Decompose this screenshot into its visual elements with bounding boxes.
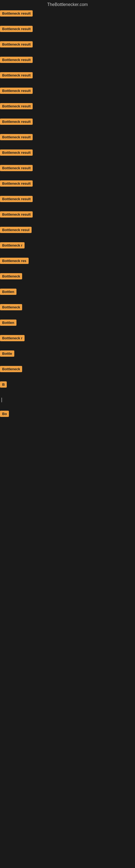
result-row-21: Bottlen bbox=[0, 319, 135, 327]
result-badge-21[interactable]: Bottlen bbox=[0, 319, 16, 326]
result-badge-23[interactable]: Bottle bbox=[0, 350, 14, 357]
result-badge-9[interactable]: Bottleneck result bbox=[0, 134, 33, 140]
result-row-20: Bottleneck bbox=[0, 304, 135, 311]
result-cursor-26: | bbox=[0, 397, 135, 403]
result-badge-12[interactable]: Bottleneck result bbox=[0, 180, 33, 187]
result-badge-1[interactable]: Bottleneck result bbox=[0, 10, 33, 17]
result-row-10: Bottleneck result bbox=[0, 150, 135, 157]
result-row-2: Bottleneck result bbox=[0, 26, 135, 33]
result-badge-24[interactable]: Bottleneck bbox=[0, 366, 22, 372]
site-title: TheBottlenecker.com bbox=[0, 0, 135, 10]
result-row-4: Bottleneck result bbox=[0, 57, 135, 64]
result-badge-11[interactable]: Bottleneck result bbox=[0, 165, 33, 171]
result-row-9: Bottleneck result bbox=[0, 134, 135, 141]
result-row-12: Bottleneck result bbox=[0, 180, 135, 188]
result-badge-8[interactable]: Bottleneck result bbox=[0, 119, 33, 125]
result-badge-25[interactable]: B bbox=[0, 381, 7, 388]
result-badge-2[interactable]: Bottleneck result bbox=[0, 26, 33, 32]
result-badge-17[interactable]: Bottleneck res bbox=[0, 258, 29, 264]
result-row-23: Bottle bbox=[0, 350, 135, 358]
result-row-8: Bottleneck result bbox=[0, 119, 135, 126]
site-title-container: TheBottlenecker.com bbox=[0, 0, 135, 10]
result-row-19: Bottlen bbox=[0, 289, 135, 296]
result-badge-5[interactable]: Bottleneck result bbox=[0, 72, 33, 79]
result-badge-4[interactable]: Bottleneck result bbox=[0, 57, 33, 63]
result-row-3: Bottleneck result bbox=[0, 41, 135, 49]
result-badge-20[interactable]: Bottleneck bbox=[0, 304, 22, 310]
result-row-18: Bottleneck bbox=[0, 273, 135, 280]
result-row-5: Bottleneck result bbox=[0, 72, 135, 80]
result-row-14: Bottleneck result bbox=[0, 211, 135, 219]
result-row-24: Bottleneck bbox=[0, 366, 135, 373]
result-row-7: Bottleneck result bbox=[0, 103, 135, 111]
result-badge-22[interactable]: Bottleneck r bbox=[0, 335, 25, 341]
result-row-16: Bottleneck r bbox=[0, 242, 135, 250]
result-row-17: Bottleneck res bbox=[0, 258, 135, 265]
result-badge-13[interactable]: Bottleneck result bbox=[0, 196, 33, 202]
result-row-30: Bo bbox=[0, 411, 135, 418]
result-badge-6[interactable]: Bottleneck result bbox=[0, 88, 33, 94]
result-row-6: Bottleneck result bbox=[0, 88, 135, 95]
result-row-13: Bottleneck result bbox=[0, 196, 135, 203]
result-badge-15[interactable]: Bottleneck resul bbox=[0, 227, 32, 233]
result-badge-19[interactable]: Bottlen bbox=[0, 289, 16, 295]
result-badge-3[interactable]: Bottleneck result bbox=[0, 41, 33, 48]
result-row-15: Bottleneck resul bbox=[0, 227, 135, 234]
result-badge-10[interactable]: Bottleneck result bbox=[0, 150, 33, 156]
result-badge-14[interactable]: Bottleneck result bbox=[0, 211, 33, 218]
result-row-26: | bbox=[0, 397, 135, 403]
result-badge-16[interactable]: Bottleneck r bbox=[0, 242, 25, 248]
result-badge-7[interactable]: Bottleneck result bbox=[0, 103, 33, 109]
results-container: Bottleneck resultBottleneck resultBottle… bbox=[0, 10, 135, 418]
result-row-11: Bottleneck result bbox=[0, 165, 135, 172]
result-badge-30[interactable]: Bo bbox=[0, 411, 9, 417]
result-row-22: Bottleneck r bbox=[0, 335, 135, 342]
result-row-1: Bottleneck result bbox=[0, 10, 135, 18]
result-badge-18[interactable]: Bottleneck bbox=[0, 273, 22, 279]
result-row-25: B bbox=[0, 381, 135, 389]
